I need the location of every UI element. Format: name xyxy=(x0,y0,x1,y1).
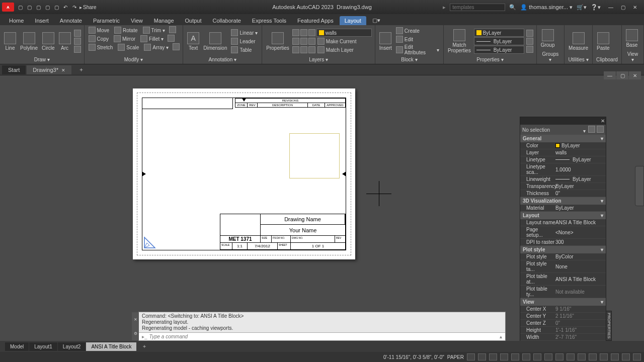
insert-button[interactable]: Insert xyxy=(378,31,393,52)
grid-toggle[interactable] xyxy=(467,353,475,360)
maximize-button[interactable]: ▢ xyxy=(617,3,629,11)
tab-home[interactable]: Home xyxy=(4,16,29,25)
panel-title[interactable]: Clipboard xyxy=(596,56,618,63)
prop-transparency[interactable]: ByLayer xyxy=(555,184,606,189)
tab-insert[interactable]: Insert xyxy=(30,16,54,25)
prop-width[interactable]: 2'-7 7/16" xyxy=(555,334,606,340)
stretch-button[interactable]: Stretch xyxy=(88,43,114,51)
layer-dropdown[interactable]: walls xyxy=(316,29,372,37)
explode-icon[interactable] xyxy=(168,35,175,42)
prop-dpi[interactable]: 300 xyxy=(555,239,606,245)
tab-output[interactable]: Output xyxy=(180,16,207,25)
create-block-button[interactable]: Create xyxy=(395,27,440,35)
selection-dropdown[interactable]: No selection xyxy=(522,127,550,133)
viewport[interactable] xyxy=(289,133,340,178)
quick-select-icon[interactable] xyxy=(597,126,604,133)
share-button[interactable]: ▸Share xyxy=(79,3,97,11)
panel-title[interactable]: Modify ▾ xyxy=(88,56,180,63)
panel-title[interactable]: Layers ▾ xyxy=(265,56,372,63)
command-handle[interactable]: ✕⚙ xyxy=(132,312,139,340)
cat-general[interactable]: General▾ xyxy=(520,135,606,142)
fillet-button[interactable]: Fillet ▾ xyxy=(139,35,165,43)
viewport-minimize[interactable]: — xyxy=(604,71,616,79)
leader-button[interactable]: Leader xyxy=(230,37,259,45)
tab-manage[interactable]: Manage xyxy=(149,16,179,25)
layer-state-icon[interactable] xyxy=(292,29,299,36)
make-current-button[interactable]: Make Current xyxy=(316,37,358,45)
command-input[interactable] xyxy=(149,334,498,339)
units-toggle[interactable] xyxy=(589,353,597,360)
move-button[interactable]: Move xyxy=(88,26,110,34)
app-logo[interactable]: A xyxy=(2,3,14,12)
panel-title[interactable]: Properties ▾ xyxy=(447,56,533,63)
lineweight-dropdown[interactable]: ByLayer xyxy=(474,37,524,45)
edit-block-button[interactable]: Edit xyxy=(395,35,440,43)
prop-icon[interactable] xyxy=(526,30,533,37)
close-icon[interactable]: ✕ xyxy=(61,68,65,73)
navigation-bar[interactable] xyxy=(635,166,644,206)
mirror-button[interactable]: Mirror xyxy=(113,35,136,43)
search-icon[interactable]: 🔍 xyxy=(509,4,516,11)
annotation-monitor[interactable] xyxy=(578,353,586,360)
ortho-toggle[interactable] xyxy=(489,353,497,360)
prop-page-setup[interactable]: <None> xyxy=(555,227,606,238)
panel-title[interactable]: Block ▾ xyxy=(378,56,440,63)
layer-icon[interactable] xyxy=(292,46,299,53)
tab-parametric[interactable]: Parametric xyxy=(88,16,125,25)
layer-icon[interactable] xyxy=(300,38,307,45)
rotate-button[interactable]: Rotate xyxy=(113,26,138,34)
prop-plot-attached[interactable]: ANSI A Title Block xyxy=(555,274,606,285)
prop-icon[interactable] xyxy=(526,46,533,53)
table-button[interactable]: Table xyxy=(230,46,259,54)
match-properties-button[interactable]: Match Properties xyxy=(447,28,472,54)
polar-toggle[interactable] xyxy=(500,353,508,360)
panel-title[interactable]: Groups ▾ xyxy=(540,51,561,63)
new-layout-button[interactable]: ＋ xyxy=(137,341,152,351)
command-expand-icon[interactable]: ▴ xyxy=(500,334,502,339)
prop-ltscale[interactable]: 1.0000 xyxy=(555,164,606,175)
measure-button[interactable]: Measure xyxy=(568,31,589,52)
new-tab-button[interactable]: ＋ xyxy=(72,64,90,75)
prop-plot-table[interactable]: None xyxy=(555,261,606,272)
redo-icon[interactable]: ↷ xyxy=(70,3,78,11)
cat-3d[interactable]: 3D Visualization▾ xyxy=(520,197,606,205)
palette-close-icon[interactable]: ✕ xyxy=(601,118,605,124)
erase-icon[interactable] xyxy=(169,26,176,33)
clean-screen[interactable] xyxy=(622,353,630,360)
properties-tab-label[interactable]: PROPERTIES xyxy=(606,311,612,341)
arc-button[interactable]: Arc xyxy=(58,31,72,52)
prop-height[interactable]: 1'-1 1/16" xyxy=(555,327,606,333)
draw-misc-icon[interactable] xyxy=(74,38,81,45)
color-dropdown[interactable]: ByLayer xyxy=(474,29,524,37)
prop-plot-type[interactable]: Not available xyxy=(555,286,606,297)
layout-tab-layout2[interactable]: Layout2 xyxy=(58,342,86,351)
command-window[interactable]: ✕⚙ Command: <Switching to: ANSI A Title … xyxy=(138,312,506,341)
doc-tab-drawing[interactable]: Drawing3*✕ xyxy=(27,65,71,74)
osnap-toggle[interactable] xyxy=(511,353,519,360)
text-button[interactable]: AText xyxy=(186,31,200,52)
new-icon[interactable]: ▢ xyxy=(16,3,24,11)
isolate-objects[interactable] xyxy=(611,353,619,360)
user-menu[interactable]: 👤 thomas.singer... ▾ xyxy=(520,4,573,11)
viewport-restore[interactable]: ▢ xyxy=(616,71,628,79)
panel-title[interactable]: Annotation ▾ xyxy=(186,56,259,63)
minimize-button[interactable]: — xyxy=(605,3,617,11)
scale-button[interactable]: Scale xyxy=(117,43,140,51)
linetype-dropdown[interactable]: ByLayer xyxy=(474,46,524,54)
layout-tab-ansi[interactable]: ANSI A Title Block xyxy=(86,342,136,351)
prop-lineweight[interactable]: ByLayer xyxy=(555,176,606,182)
layer-icon[interactable] xyxy=(308,46,315,53)
layer-properties-button[interactable]: Properties xyxy=(265,31,290,52)
coordinates-display[interactable]: 0'-11 15/16", 0'-3 5/8", 0'-0" xyxy=(383,354,444,360)
panel-title[interactable]: Draw ▾ xyxy=(3,56,81,63)
cat-view[interactable]: View▾ xyxy=(520,298,606,306)
tab-express-tools[interactable]: Express Tools xyxy=(247,16,291,25)
search-input[interactable] xyxy=(450,4,505,11)
tab-collaborate[interactable]: Collaborate xyxy=(208,16,246,25)
layer-icon[interactable] xyxy=(292,38,299,45)
annotation-scale[interactable] xyxy=(555,353,564,360)
help-icon[interactable]: ❔▾ xyxy=(591,4,601,11)
layout-tab-model[interactable]: Model xyxy=(5,342,29,351)
linear-button[interactable]: Linear ▾ xyxy=(230,29,259,37)
transparency-toggle[interactable] xyxy=(544,353,552,360)
